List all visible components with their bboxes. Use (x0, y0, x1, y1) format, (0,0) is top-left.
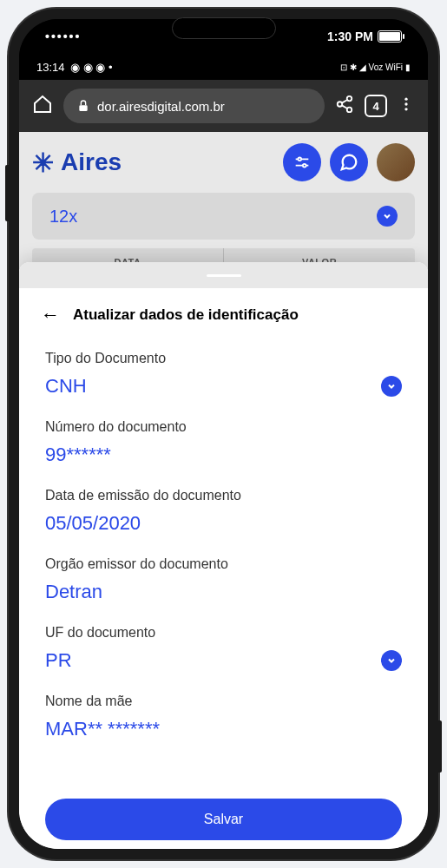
android-battery-icon: ▮ (405, 62, 411, 72)
avatar[interactable] (377, 143, 415, 181)
android-time: 13:14 (36, 61, 65, 74)
sheet-title: Atualizar dados de identificação (73, 306, 299, 324)
svg-point-8 (404, 108, 407, 110)
chat-button[interactable] (330, 143, 368, 181)
svg-point-6 (404, 98, 407, 101)
field-orgao-emissor[interactable]: Orgão emissor do documento Detran (45, 556, 402, 603)
sheet-header: ← Atualizar dados de identificação (19, 288, 428, 342)
field-numero-documento[interactable]: Número do documento 99****** (45, 419, 402, 466)
svg-line-5 (342, 105, 347, 108)
installments-value: 12x (49, 207, 77, 227)
label-uf: UF do documento (45, 625, 402, 641)
value-data-emissao: 05/05/2020 (45, 512, 141, 534)
browser-toolbar: dor.airesdigital.com.br 4 (19, 80, 428, 132)
svg-point-7 (404, 102, 407, 105)
installments-card[interactable]: 12x (32, 193, 415, 240)
settings-button[interactable] (283, 143, 321, 181)
label-tipo: Tipo do Documento (45, 351, 402, 366)
chrome-icon: ◉ ◉ ◉ • (68, 61, 113, 74)
form-body[interactable]: Tipo do Documento CNH Número do document… (19, 342, 428, 799)
field-nome-mae[interactable]: Nome da mãe MAR** ******* (45, 694, 402, 740)
power-button (438, 720, 442, 773)
brand-name: Aires (61, 148, 122, 176)
chevron-down-icon (381, 650, 402, 671)
label-nome-mae: Nome da mãe (45, 694, 402, 709)
signal-dots: •••••• (45, 30, 81, 43)
chevron-down-icon (377, 206, 398, 227)
field-uf-documento[interactable]: UF do documento PR (45, 625, 402, 672)
save-button[interactable]: Salvar (45, 799, 402, 840)
menu-icon[interactable] (398, 95, 415, 116)
brand-icon: ✳ (32, 148, 54, 178)
battery-icon (378, 30, 402, 43)
app-header: ✳ Aires (19, 132, 428, 193)
value-nome-mae: MAR** ******* (45, 718, 160, 740)
lock-icon (76, 99, 90, 113)
url-text: dor.airesdigital.com.br (97, 99, 225, 114)
svg-rect-0 (79, 105, 87, 111)
svg-point-10 (298, 158, 301, 161)
field-data-emissao[interactable]: Data de emissão do documento 05/05/2020 (45, 488, 402, 535)
url-bar[interactable]: dor.airesdigital.com.br (63, 89, 325, 123)
bottom-sheet: ← Atualizar dados de identificação Tipo … (19, 262, 428, 849)
chevron-down-icon (381, 376, 402, 397)
volume-button (5, 165, 9, 221)
phone-frame: •••••• 1:30 PM 13:14 ◉ ◉ ◉ • ⊡ ✱ ◢ Voz W… (9, 9, 438, 859)
value-numero: 99****** (45, 444, 111, 465)
network-label: Voz WiFi (369, 62, 403, 72)
label-orgao: Orgão emissor do documento (45, 556, 402, 572)
brand-logo[interactable]: ✳ Aires (32, 148, 122, 178)
app-viewport: ✳ Aires 12x (19, 132, 428, 849)
back-arrow-icon[interactable]: ← (41, 304, 60, 326)
label-numero: Número do documento (45, 419, 402, 435)
phone-notch (172, 17, 276, 39)
phone-screen: •••••• 1:30 PM 13:14 ◉ ◉ ◉ • ⊡ ✱ ◢ Voz W… (19, 19, 428, 849)
share-icon[interactable] (335, 95, 354, 117)
svg-point-3 (347, 108, 352, 113)
sheet-handle (207, 274, 241, 277)
value-orgao: Detran (45, 581, 102, 602)
field-tipo-documento[interactable]: Tipo do Documento CNH (45, 351, 402, 398)
svg-point-1 (347, 96, 352, 102)
status-time: 1:30 PM (327, 30, 373, 43)
label-data-emissao: Data de emissão do documento (45, 488, 402, 503)
home-icon[interactable] (32, 94, 53, 118)
value-uf: PR (45, 649, 72, 672)
svg-point-12 (303, 164, 306, 168)
android-status-bar: 13:14 ◉ ◉ ◉ • ⊡ ✱ ◢ Voz WiFi ▮ (19, 54, 428, 80)
nfc-icon: ⊡ ✱ ◢ (340, 62, 366, 72)
sheet-handle-area[interactable] (19, 262, 428, 288)
svg-point-2 (338, 102, 343, 107)
value-tipo: CNH (45, 375, 87, 398)
svg-line-4 (342, 100, 347, 103)
tabs-button[interactable]: 4 (365, 95, 387, 117)
